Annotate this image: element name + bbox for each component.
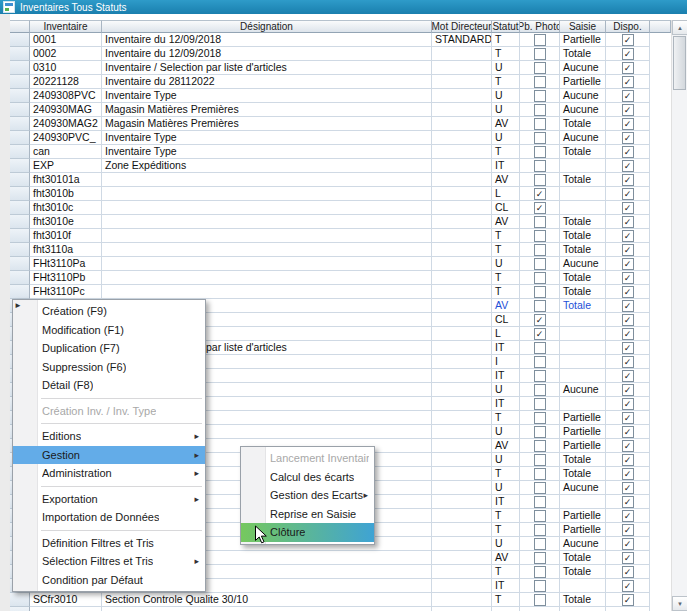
row-selector[interactable] [10, 229, 30, 243]
table-row[interactable]: 240930PVC_ Inventaire Type U Aucune ✓ [10, 131, 671, 145]
pb-photo-checkbox[interactable] [534, 48, 546, 60]
vertical-scrollbar[interactable]: ▲ ▼ [671, 20, 687, 611]
dispo-checkbox[interactable]: ✓ [622, 510, 634, 522]
pb-photo-checkbox[interactable]: ✓ [534, 188, 546, 200]
pb-photo-checkbox[interactable] [534, 384, 546, 396]
header-statut[interactable]: Statut [492, 20, 520, 33]
dispo-checkbox[interactable]: ✓ [622, 356, 634, 368]
dispo-checkbox[interactable]: ✓ [622, 398, 634, 410]
pb-photo-checkbox[interactable] [534, 62, 546, 74]
table-row[interactable]: fht3010f T Totale ✓ [10, 229, 671, 243]
dispo-checkbox[interactable]: ✓ [622, 524, 634, 536]
pb-photo-checkbox[interactable] [534, 90, 546, 102]
pb-photo-checkbox[interactable] [534, 132, 546, 144]
dispo-checkbox[interactable]: ✓ [622, 286, 634, 298]
row-selector[interactable] [10, 75, 30, 89]
dispo-checkbox[interactable]: ✓ [622, 580, 634, 592]
scrollbar-thumb[interactable] [673, 36, 686, 90]
dispo-checkbox[interactable]: ✓ [622, 244, 634, 256]
pb-photo-checkbox[interactable] [534, 398, 546, 410]
scrollbar-down-icon[interactable]: ▼ [672, 596, 687, 611]
submenu-item-calcul-ecarts[interactable]: Calcul des écarts ▸ [241, 468, 374, 487]
row-selector[interactable] [10, 89, 30, 103]
dispo-checkbox[interactable]: ✓ [622, 300, 634, 312]
dispo-checkbox[interactable]: ✓ [622, 384, 634, 396]
table-row[interactable]: 0002 Inventaire du 12/09/2018 T Totale ✓ [10, 47, 671, 61]
row-selector[interactable] [10, 173, 30, 187]
dispo-checkbox[interactable]: ✓ [622, 468, 634, 480]
title-bar[interactable]: Inventaires Tous Statuts [0, 0, 687, 14]
table-row[interactable]: FHt3110Pa U Aucune ✓ [10, 257, 671, 271]
table-row[interactable]: SCfr3010 Section Controle Qualite 30/10 … [10, 593, 671, 607]
row-selector[interactable] [10, 607, 30, 611]
table-row[interactable] [10, 607, 671, 611]
menu-item-detail[interactable]: Détail (F8) ▸ [13, 376, 205, 395]
menu-item-editions[interactable]: Editions ▸ [13, 427, 205, 446]
row-selector[interactable] [10, 257, 30, 271]
dispo-checkbox[interactable]: ✓ [622, 216, 634, 228]
header-inventaire[interactable]: Inventaire [30, 20, 102, 33]
header-mot-directeur[interactable]: Mot Directeur [432, 20, 492, 33]
table-row[interactable]: 240930MAG Magasin Matières Premières U A… [10, 103, 671, 117]
dispo-checkbox[interactable]: ✓ [622, 328, 634, 340]
pb-photo-checkbox[interactable]: ✓ [534, 314, 546, 326]
dispo-checkbox[interactable]: ✓ [622, 90, 634, 102]
dispo-checkbox[interactable]: ✓ [622, 440, 634, 452]
pb-photo-checkbox[interactable] [534, 258, 546, 270]
table-row[interactable]: fht30101a AV Totale ✓ [10, 173, 671, 187]
menu-item-importation-donnees[interactable]: Importation de Données ▸ [13, 508, 205, 527]
dispo-checkbox[interactable]: ✓ [622, 454, 634, 466]
pb-photo-checkbox[interactable] [534, 594, 546, 606]
row-selector[interactable] [10, 117, 30, 131]
header-dispo[interactable]: Dispo. [606, 20, 650, 33]
pb-photo-checkbox[interactable] [534, 34, 546, 46]
pb-photo-checkbox[interactable] [534, 538, 546, 550]
pb-photo-checkbox[interactable] [534, 342, 546, 354]
table-row[interactable]: can Inventaire Type T Totale ✓ [10, 145, 671, 159]
menu-item-definition-filtres-tris[interactable]: Définition Filtres et Tris ▸ [13, 534, 205, 553]
pb-photo-checkbox[interactable] [534, 496, 546, 508]
row-selector[interactable] [10, 61, 30, 75]
dispo-checkbox[interactable]: ✓ [622, 370, 634, 382]
pb-photo-checkbox[interactable]: ✓ [534, 202, 546, 214]
dispo-checkbox[interactable]: ✓ [622, 594, 634, 606]
pb-photo-checkbox[interactable] [534, 482, 546, 494]
menu-item-gestion[interactable]: Gestion ▸ [13, 446, 205, 465]
pb-photo-checkbox[interactable] [534, 174, 546, 186]
table-row[interactable]: FHt3110Pc T Totale ✓ [10, 285, 671, 299]
dispo-checkbox[interactable]: ✓ [622, 160, 634, 172]
row-selector[interactable] [10, 33, 30, 47]
dispo-checkbox[interactable]: ✓ [622, 48, 634, 60]
table-row[interactable]: fht3010c CL ✓ ✓ [10, 201, 671, 215]
pb-photo-checkbox[interactable] [534, 370, 546, 382]
dispo-checkbox[interactable]: ✓ [622, 314, 634, 326]
table-row[interactable]: fht3010b L ✓ ✓ [10, 187, 671, 201]
pb-photo-checkbox[interactable] [534, 160, 546, 172]
pb-photo-checkbox[interactable] [534, 76, 546, 88]
pb-photo-checkbox[interactable] [534, 468, 546, 480]
table-row[interactable]: fht3110a T Totale ✓ [10, 243, 671, 257]
row-selector[interactable] [10, 187, 30, 201]
table-row[interactable]: 0001 Inventaire du 12/09/2018 STANDARD T… [10, 33, 671, 47]
table-row[interactable]: 2409308PVC Inventaire Type U Aucune ✓ [10, 89, 671, 103]
row-selector[interactable] [10, 215, 30, 229]
dispo-checkbox[interactable]: ✓ [622, 566, 634, 578]
pb-photo-checkbox[interactable] [534, 440, 546, 452]
pb-photo-checkbox[interactable] [534, 216, 546, 228]
dispo-checkbox[interactable]: ✓ [622, 76, 634, 88]
submenu-item-reprise-saisie[interactable]: Reprise en Saisie ▸ [241, 505, 374, 524]
dispo-checkbox[interactable]: ✓ [622, 342, 634, 354]
row-selector[interactable] [10, 285, 30, 299]
pb-photo-checkbox[interactable] [534, 524, 546, 536]
menu-item-condition-defaut[interactable]: Condition par Défaut ▸ [13, 571, 205, 590]
table-row[interactable]: 0310 Inventaire / Selection par liste d'… [10, 61, 671, 75]
dispo-checkbox[interactable]: ✓ [622, 174, 634, 186]
pb-photo-checkbox[interactable] [534, 146, 546, 158]
table-row[interactable]: fht3010e AV Totale ✓ [10, 215, 671, 229]
menu-item-selection-filtres-tris[interactable]: Sélection Filtres et Tris ▸ [13, 552, 205, 571]
dispo-checkbox[interactable]: ✓ [622, 202, 634, 214]
dispo-checkbox[interactable]: ✓ [622, 34, 634, 46]
menu-item-administration[interactable]: Administration ▸ [13, 464, 205, 483]
dispo-checkbox[interactable]: ✓ [622, 538, 634, 550]
pb-photo-checkbox[interactable] [534, 426, 546, 438]
